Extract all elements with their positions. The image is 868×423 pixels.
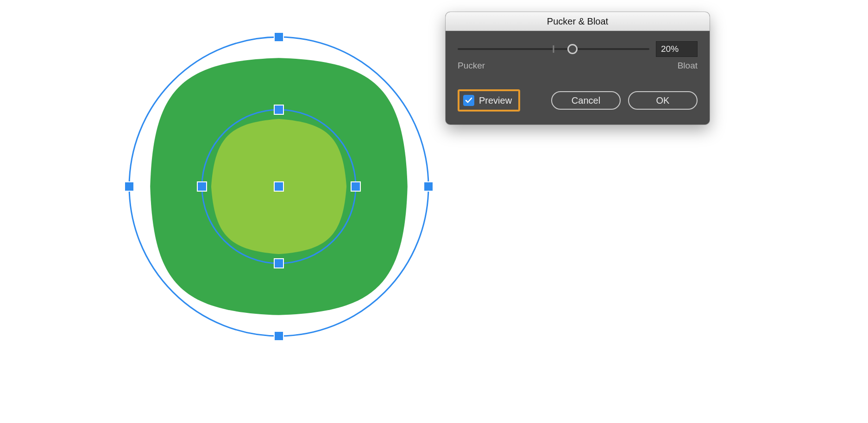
dialog-title: Pucker & Bloat [446, 12, 710, 31]
amount-field[interactable]: 20% [656, 41, 698, 57]
outer-handle-top[interactable] [274, 32, 284, 42]
preview-label: Preview [479, 95, 512, 106]
slider-center-tick [553, 45, 554, 53]
dialog-body: 20% Pucker Bloat Preview Cancel OK [446, 31, 710, 124]
pucker-bloat-dialog: Pucker & Bloat 20% Pucker Bloat Preview [446, 12, 710, 124]
ok-button[interactable]: OK [628, 91, 698, 110]
check-icon [465, 97, 472, 104]
inner-handle-left[interactable] [197, 181, 207, 192]
inner-handle-right[interactable] [351, 181, 361, 192]
slider-thumb[interactable] [567, 44, 578, 54]
inner-handle-top[interactable] [274, 105, 284, 115]
slider-label-pucker: Pucker [458, 61, 485, 71]
outer-handle-right[interactable] [423, 181, 434, 192]
center-handle[interactable] [274, 181, 284, 192]
outer-handle-left[interactable] [124, 181, 134, 192]
amount-slider[interactable] [458, 48, 649, 50]
inner-handle-bottom[interactable] [274, 258, 284, 268]
preview-highlight: Preview [458, 89, 520, 112]
cancel-button[interactable]: Cancel [551, 91, 621, 110]
outer-handle-bottom[interactable] [274, 331, 284, 341]
preview-checkbox[interactable] [463, 95, 474, 106]
slider-label-bloat: Bloat [678, 61, 698, 71]
